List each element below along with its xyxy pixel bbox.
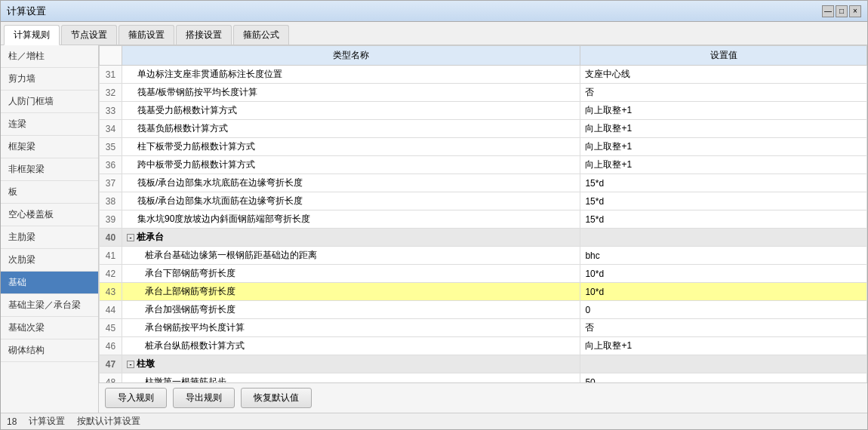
export-rules-button[interactable]: 导出规则	[173, 388, 235, 408]
table-container[interactable]: 类型名称 设置值 31 单边标注支座非贯通筋标注长度位置 支座中心线	[99, 45, 867, 382]
col-header-value: 设置值	[580, 46, 867, 66]
status-col2: 按默认计算设置	[77, 415, 140, 428]
row-value-41[interactable]: bhc	[580, 247, 867, 265]
table-row: 46 桩承台纵筋根数计算方式 向上取整+1	[100, 337, 867, 355]
row-name-32: 筏基/板带钢筋按平均长度计算	[122, 84, 580, 102]
row-value-38[interactable]: 15*d	[580, 192, 867, 210]
sidebar: 柱／增柱 剪力墙 人防门框墙 连梁 框架梁 非框架梁 板 空心楼盖板 主肋梁 次…	[1, 45, 99, 413]
row-value-43[interactable]: 10*d	[580, 283, 867, 301]
sidebar-item-civil-defense[interactable]: 人防门框墙	[1, 91, 98, 113]
table-row: 42 承台下部钢筋弯折长度 10*d	[100, 265, 867, 283]
collapse-icon-47[interactable]: -	[127, 361, 134, 368]
row-value-33[interactable]: 向上取整+1	[580, 102, 867, 120]
col-header-num	[100, 46, 122, 66]
row-value-37[interactable]: 15*d	[580, 174, 867, 192]
settings-table: 类型名称 设置值 31 单边标注支座非贯通筋标注长度位置 支座中心线	[99, 45, 867, 382]
row-num-33: 33	[100, 102, 122, 120]
sidebar-item-secondary-rib[interactable]: 次肋梁	[1, 249, 98, 272]
table-row: 36 跨中板带受力筋根数计算方式 向上取整+1	[100, 156, 867, 174]
row-name-44: 承台加强钢筋弯折长度	[122, 301, 580, 319]
row-value-36[interactable]: 向上取整+1	[580, 156, 867, 174]
collapse-icon-40[interactable]: -	[127, 234, 134, 241]
tab-stirrup-settings[interactable]: 箍筋设置	[119, 25, 174, 45]
table-row: 45 承台钢筋按平均长度计算 否	[100, 319, 867, 337]
row-value-34[interactable]: 向上取整+1	[580, 120, 867, 138]
tab-stirrup-formula[interactable]: 箍筋公式	[233, 25, 289, 45]
row-num-40: 40	[100, 229, 122, 247]
row-value-35[interactable]: 向上取整+1	[580, 138, 867, 156]
sidebar-item-frame-beam[interactable]: 框架梁	[1, 136, 98, 158]
tab-splice-settings[interactable]: 搭接设置	[176, 25, 232, 45]
row-name-37: 筏板/承台边部集水坑底筋在边缘弯折长度	[122, 174, 580, 192]
sidebar-item-main-rib[interactable]: 主肋梁	[1, 226, 98, 249]
row-num-48: 48	[100, 373, 122, 383]
restore-defaults-button[interactable]: 恢复默认值	[241, 388, 312, 408]
footer-buttons: 导入规则 导出规则 恢复默认值	[99, 382, 867, 413]
row-num-31: 31	[100, 66, 122, 84]
table-row: 35 柱下板带受力筋根数计算方式 向上取整+1	[100, 138, 867, 156]
import-rules-button[interactable]: 导入规则	[105, 388, 167, 408]
row-value-46[interactable]: 向上取整+1	[580, 337, 867, 355]
table-row-group: 40 -桩承台	[100, 229, 867, 247]
row-value-31[interactable]: 支座中心线	[580, 66, 867, 84]
window-title: 计算设置	[7, 5, 46, 18]
col-header-type: 类型名称	[122, 46, 580, 66]
row-num-41: 41	[100, 247, 122, 265]
sidebar-item-coupling-beam[interactable]: 连梁	[1, 113, 98, 136]
sidebar-item-masonry[interactable]: 砌体结构	[1, 339, 98, 362]
sidebar-item-shear-wall[interactable]: 剪力墙	[1, 68, 98, 91]
row-name-41: 桩承台基础边缘第一根钢筋距基础边的距离	[122, 247, 580, 265]
tab-node-settings[interactable]: 节点设置	[61, 25, 117, 45]
table-row-group: 47 -柱墩	[100, 355, 867, 373]
row-num-37: 37	[100, 174, 122, 192]
row-num-32: 32	[100, 84, 122, 102]
row-value-48[interactable]: 50	[580, 373, 867, 383]
row-num-39: 39	[100, 210, 122, 229]
row-name-38: 筏板/承台边部集水坑面筋在边缘弯折长度	[122, 192, 580, 210]
row-num-42: 42	[100, 265, 122, 283]
table-row: 31 单边标注支座非贯通筋标注长度位置 支座中心线	[100, 66, 867, 84]
row-value-44[interactable]: 0	[580, 301, 867, 319]
row-value-40	[580, 229, 867, 247]
sidebar-item-foundation[interactable]: 基础	[1, 272, 98, 294]
table-row-highlighted: 43 承台上部钢筋弯折长度 10*d	[100, 283, 867, 301]
table-row: 37 筏板/承台边部集水坑底筋在边缘弯折长度 15*d	[100, 174, 867, 192]
sidebar-item-foundation-main-beam[interactable]: 基础主梁／承台梁	[1, 294, 98, 317]
sidebar-item-non-frame-beam[interactable]: 非框架梁	[1, 158, 98, 181]
maximize-button[interactable]: □	[836, 5, 848, 17]
table-row: 41 桩承台基础边缘第一根钢筋距基础边的距离 bhc	[100, 247, 867, 265]
row-num-35: 35	[100, 138, 122, 156]
row-value-47	[580, 355, 867, 373]
status-row-num: 18	[7, 416, 17, 427]
close-button[interactable]: ×	[849, 5, 861, 17]
sidebar-item-foundation-secondary-beam[interactable]: 基础次梁	[1, 317, 98, 339]
row-name-47: -柱墩	[122, 355, 580, 373]
row-name-34: 筏基负筋根数计算方式	[122, 120, 580, 138]
row-name-33: 筏基受力筋根数计算方式	[122, 102, 580, 120]
minimize-button[interactable]: —	[822, 5, 834, 17]
row-num-34: 34	[100, 120, 122, 138]
row-num-46: 46	[100, 337, 122, 355]
table-row: 33 筏基受力筋根数计算方式 向上取整+1	[100, 102, 867, 120]
row-name-35: 柱下板带受力筋根数计算方式	[122, 138, 580, 156]
row-value-39[interactable]: 15*d	[580, 210, 867, 229]
row-num-43: 43	[100, 283, 122, 301]
table-row: 32 筏基/板带钢筋按平均长度计算 否	[100, 84, 867, 102]
row-name-40: -桩承台	[122, 229, 580, 247]
table-row: 38 筏板/承台边部集水坑面筋在边缘弯折长度 15*d	[100, 192, 867, 210]
sidebar-item-column[interactable]: 柱／增柱	[1, 45, 98, 68]
sidebar-item-hollow-slab[interactable]: 空心楼盖板	[1, 204, 98, 226]
tab-calc-rules[interactable]: 计算规则	[4, 25, 60, 45]
row-value-42[interactable]: 10*d	[580, 265, 867, 283]
row-name-45: 承台钢筋按平均长度计算	[122, 319, 580, 337]
sidebar-item-slab[interactable]: 板	[1, 181, 98, 204]
row-name-31: 单边标注支座非贯通筋标注长度位置	[122, 66, 580, 84]
row-num-36: 36	[100, 156, 122, 174]
row-name-48: 柱墩第一根箍筋起步	[122, 373, 580, 383]
title-bar-buttons: — □ ×	[822, 5, 861, 17]
row-name-46: 桩承台纵筋根数计算方式	[122, 337, 580, 355]
row-value-45[interactable]: 否	[580, 319, 867, 337]
tab-bar: 计算规则 节点设置 箍筋设置 搭接设置 箍筋公式	[1, 22, 867, 45]
row-num-45: 45	[100, 319, 122, 337]
row-value-32[interactable]: 否	[580, 84, 867, 102]
